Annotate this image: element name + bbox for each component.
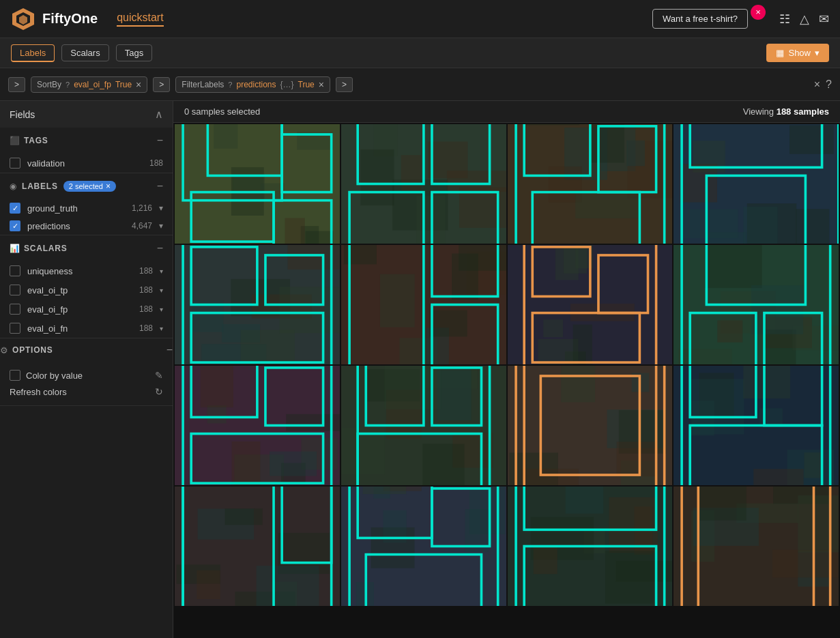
options-content: Color by value ✎ Refresh colors ↻ [0,362,173,405]
github-icon[interactable]: △ [800,12,809,27]
eval-oi-tp-arrow[interactable]: ▾ [160,287,163,294]
predictions-checkbox[interactable] [10,220,20,231]
svg-rect-112 [207,405,227,423]
refresh-colors-label: Refresh colors [10,387,67,397]
grid-item[interactable] [674,124,839,244]
svg-rect-50 [683,209,738,238]
eval-oi-tp-item: eval_oi_tp 188 ▾ [0,280,173,300]
eval-oi-fp-arrow[interactable]: ▾ [160,306,163,313]
viewing-info: Viewing 188 samples [743,106,829,117]
refresh-colors-row[interactable]: Refresh colors ↻ [10,383,163,400]
ground-truth-item: ground_truth 1,216 ▾ [0,199,173,217]
tags-tab[interactable]: Tags [116,44,152,61]
ground-truth-arrow[interactable]: ▾ [159,203,163,213]
filter-close-button[interactable]: × [814,78,820,91]
filter-options-icon[interactable]: {…} [280,80,294,89]
eval-oi-tp-checkbox[interactable] [10,285,20,295]
content-area: 0 samples selected Viewing 188 samples [173,101,840,638]
ground-truth-label: ground_truth [27,203,125,214]
scalars-icon: 📊 [10,244,20,253]
close-badge-button[interactable]: × [751,5,766,20]
main-layout: Fields ∧ ⬛ TAGS − validation 188 ◉ LABEL… [0,101,840,638]
grid-item[interactable] [508,366,673,485]
app-name: FiftyOne [42,11,98,27]
show-button[interactable]: ▦ Show ▾ [766,44,829,62]
tags-section-minus[interactable]: − [157,134,163,147]
sort-chip-close[interactable]: × [136,79,141,90]
image-grid [173,123,840,638]
grid-item[interactable] [674,487,839,606]
filter-field-value: predictions [236,80,276,89]
grid-item[interactable] [175,124,340,244]
grid-item[interactable] [674,366,839,485]
labels-selected-close[interactable]: × [106,182,111,191]
svg-rect-88 [543,319,563,337]
uniqueness-arrow[interactable]: ▾ [160,267,163,275]
fields-collapse-button[interactable]: ∧ [155,108,163,121]
grid-item[interactable] [341,245,506,364]
grid-item[interactable] [508,124,673,244]
svg-rect-62 [241,330,295,364]
color-by-edit-icon[interactable]: ✎ [155,370,163,381]
refresh-icon[interactable]: ↻ [155,386,163,397]
eval-oi-fn-checkbox[interactable] [10,323,20,334]
validation-count: 188 [149,158,163,168]
grid-item[interactable] [175,245,340,364]
grid-item[interactable] [674,245,839,364]
options-section-minus[interactable]: − [166,344,173,356]
color-by-label: Color by value [26,371,149,381]
grid-item[interactable] [341,124,506,244]
svg-rect-126 [422,444,464,485]
free-tshirt-button[interactable]: Want a free t-shirt? [652,9,748,29]
sort-by-chip: SortBy ? eval_oi_fp True × [31,76,147,93]
filter-help-button[interactable]: ? [826,78,832,91]
grid-item[interactable] [508,487,673,606]
svg-rect-151 [754,469,804,485]
filter-help-icon[interactable]: ? [228,81,232,89]
chat-icon[interactable]: ✉ [819,12,829,27]
slack-icon[interactable]: ☷ [779,12,790,27]
filter-labels-chip: FilterLabels ? predictions {…} True × [175,76,330,93]
tags-section-title: TAGS [24,136,153,145]
svg-rect-162 [225,508,262,525]
header-right: Want a free t-shirt? × ☷ △ ✉ [652,9,829,29]
grid-item[interactable] [175,366,340,485]
eval-oi-fp-label: eval_oi_fp [27,304,132,315]
labels-selected-count: 2 selected [69,182,103,190]
expand-middle-button[interactable]: > [153,77,170,92]
svg-rect-11 [285,218,305,244]
svg-rect-199 [772,550,838,578]
tags-section-header[interactable]: ⬛ TAGS − [0,128,173,154]
grid-item[interactable] [508,245,673,364]
filter-value: True [298,80,315,89]
svg-rect-140 [616,441,656,476]
eval-oi-fp-checkbox[interactable] [10,304,20,315]
labels-section-minus[interactable]: − [157,180,163,192]
scalars-section-header[interactable]: 📊 SCALARS − [0,235,173,261]
uniqueness-label: uniqueness [27,266,132,276]
eval-oi-tp-count: 188 [139,285,153,295]
eval-oi-fn-arrow[interactable]: ▾ [160,325,163,332]
ground-truth-count: 1,216 [132,203,152,213]
scalars-section-minus[interactable]: − [157,242,163,255]
validation-checkbox[interactable] [10,158,20,169]
expand-right-button[interactable]: > [336,77,353,92]
validation-label: validation [27,158,143,169]
grid-item[interactable] [175,487,340,606]
filter-chip-close[interactable]: × [319,79,324,90]
grid-item[interactable] [341,487,506,606]
grid-item[interactable] [341,366,506,485]
scalars-tab[interactable]: Scalars [61,44,108,61]
expand-left-button[interactable]: > [8,77,25,92]
help-icon[interactable]: ? [66,81,70,89]
fields-header: Fields ∧ [0,101,173,128]
header-icons: ☷ △ ✉ [779,12,829,27]
uniqueness-checkbox[interactable] [10,265,20,276]
predictions-arrow[interactable]: ▾ [159,221,163,231]
labels-tab[interactable]: Labels [11,44,55,62]
ground-truth-checkbox[interactable] [10,203,20,214]
svg-rect-76 [452,254,478,300]
eval-oi-fn-label: eval_oi_fn [27,323,132,334]
scalars-section: 📊 SCALARS − uniqueness 188 ▾ eval_oi_tp … [0,235,173,338]
color-by-checkbox[interactable] [10,370,20,381]
